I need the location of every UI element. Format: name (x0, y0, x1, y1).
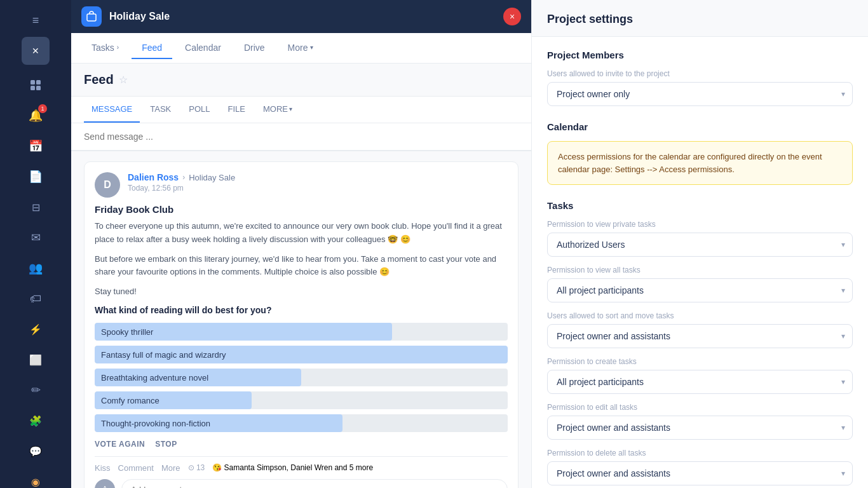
task-select-5[interactable]: Project owner and assistantsAll project … (547, 461, 853, 485)
tab-task[interactable]: TASK (142, 97, 179, 123)
section-calendar-title: Calendar (547, 121, 853, 132)
tag-icon: 🏷 (30, 292, 41, 306)
feed-header: Feed ☆ (71, 64, 531, 97)
section-project-members-title: Project Members (547, 50, 853, 60)
kiss-reaction[interactable]: Kiss (95, 463, 111, 473)
settings-title: Project settings (547, 13, 633, 25)
sidebar-item-filter[interactable]: ⚡ (22, 315, 50, 343)
task-field-label-2: Users allowed to sort and move tasks (547, 311, 853, 320)
tab-poll[interactable]: POLL (181, 97, 217, 123)
svg-rect-3 (36, 86, 41, 90)
puzzle-icon: 🧩 (29, 415, 42, 427)
docs-icon: 📄 (29, 170, 43, 184)
tab-file[interactable]: FILE (220, 97, 253, 123)
vote-again-button[interactable]: VOTE AGAIN (95, 440, 145, 449)
close-icon: ✕ (32, 46, 39, 56)
task-select-wrap-0: Authorized UsersAll project participants… (547, 233, 853, 257)
section-tasks: Tasks Permission to view private tasks A… (547, 200, 853, 485)
task-select-wrap-4: Project owner and assistantsAll project … (547, 416, 853, 440)
tab-message[interactable]: MESSAGE (84, 97, 140, 123)
task-select-2[interactable]: Project owner and assistantsAll project … (547, 324, 853, 348)
tab-feed[interactable]: Feed (132, 37, 172, 59)
reaction-count: ⊙ 13 (188, 463, 205, 472)
poll-option-3[interactable]: Comfy romance (95, 391, 508, 409)
settings-header: Project settings (532, 0, 868, 37)
task-select-wrap-5: Project owner and assistantsAll project … (547, 461, 853, 485)
invite-select[interactable]: Project owner onlyProject owner and assi… (547, 82, 853, 106)
author-breadcrumb-arrow: › (182, 173, 185, 182)
author-name[interactable]: Dalien Ross (128, 172, 179, 182)
reaction-faces: 😘 Samanta Simpson, Daniel Wren and 5 mor… (212, 463, 373, 472)
task-field-label-4: Permission to edit all tasks (547, 403, 853, 412)
sidebar-item-users[interactable]: 👥 (22, 254, 50, 282)
sidebar-item-tag[interactable]: 🏷 (22, 285, 50, 313)
sidebar-item-discord[interactable]: 💬 (22, 437, 50, 465)
main-area: Holiday Sale × Tasks › Feed Calendar Dri… (71, 0, 531, 488)
sidebar-top: ≡ ✕ 🔔 1 📅 📄 ⊟ ✉ 👥 (0, 6, 71, 488)
sidebar-item-screen[interactable]: ⬜ (22, 346, 50, 374)
poll-option-4[interactable]: Thought-provoking non-fiction (95, 414, 508, 432)
message-input[interactable] (84, 132, 519, 142)
sidebar-item-close[interactable]: ✕ (22, 37, 50, 65)
task-field-2: Users allowed to sort and move tasks Pro… (547, 311, 853, 348)
invite-label: Users allowed to invite to the project (547, 69, 853, 78)
section-project-members: Project Members Users allowed to invite … (547, 50, 853, 106)
tab-more[interactable]: More ▾ (278, 37, 324, 59)
edit-icon: ✏ (31, 383, 41, 397)
task-select-1[interactable]: All project participantsAuthorized Users… (547, 278, 853, 302)
poll-actions: VOTE AGAIN STOP (95, 440, 508, 449)
poll-option-label-4: Thought-provoking non-fiction (101, 418, 210, 428)
users-icon: 👥 (29, 261, 43, 275)
sidebar-item-puzzle[interactable]: 🧩 (22, 407, 50, 435)
section-calendar: Calendar Access permissions for the cale… (547, 121, 853, 185)
message-tabs: MESSAGE TASK POLL FILE MORE ▾ (71, 97, 531, 123)
kiss-label: Kiss (95, 463, 111, 473)
sidebar-item-docs[interactable]: 📄 (22, 163, 50, 191)
task-select-4[interactable]: Project owner and assistantsAll project … (547, 416, 853, 440)
post-footer: Kiss Comment More ⊙ 13 😘 Samanta Simpson… (95, 456, 508, 473)
more-action[interactable]: More (161, 463, 180, 473)
post-meta: Dalien Ross › Holiday Sale Today, 12:56 … (128, 172, 508, 193)
tab-calendar[interactable]: Calendar (175, 37, 231, 59)
sidebar-item-menu[interactable]: ≡ (22, 6, 50, 34)
comment-area: A (95, 479, 508, 488)
msg-more-chevron-icon: ▾ (289, 105, 292, 112)
close-project-button[interactable]: × (503, 8, 521, 25)
star-icon[interactable]: ☆ (119, 74, 128, 86)
sidebar-item-circle[interactable]: ◉ (22, 468, 50, 488)
task-field-4: Permission to edit all tasks Project own… (547, 403, 853, 440)
poll-option-2[interactable]: Breathtaking adventure novel (95, 369, 508, 386)
briefcase-icon (86, 11, 97, 22)
sidebar-item-calendar[interactable]: 📅 (22, 132, 50, 160)
section-tasks-title: Tasks (547, 200, 853, 211)
post-header: D Dalien Ross › Holiday Sale Today, 12:5… (95, 172, 508, 198)
poll-option-label-0: Spooky thriller (101, 327, 153, 336)
comment-input[interactable] (131, 485, 498, 488)
poll-option-0[interactable]: Spooky thriller (95, 323, 508, 341)
task-field-0: Permission to view private tasks Authori… (547, 220, 853, 257)
settings-panel: Project settings Project Members Users a… (531, 0, 868, 488)
sidebar-item-notifications[interactable]: 🔔 1 (22, 102, 50, 130)
tab-more-msg[interactable]: MORE ▾ (255, 97, 300, 123)
task-field-label-1: Permission to view all tasks (547, 266, 853, 274)
sidebar: ≡ ✕ 🔔 1 📅 📄 ⊟ ✉ 👥 (0, 0, 71, 488)
task-select-0[interactable]: Authorized UsersAll project participants… (547, 233, 853, 257)
task-field-5: Permission to delete all tasks Project o… (547, 449, 853, 485)
sidebar-item-edit[interactable]: ✏ (22, 376, 50, 404)
task-select-wrap-3: All project participantsAuthorized Users… (547, 370, 853, 394)
task-select-3[interactable]: All project participantsAuthorized Users… (547, 370, 853, 394)
stop-button[interactable]: STOP (155, 440, 177, 449)
tab-tasks[interactable]: Tasks › (81, 37, 129, 59)
nav-tabs: Tasks › Feed Calendar Drive More ▾ (71, 33, 531, 64)
post-author: Dalien Ross › Holiday Sale (128, 172, 508, 182)
comment-action[interactable]: Comment (118, 463, 154, 473)
sidebar-item-mail[interactable]: ✉ (22, 224, 50, 252)
poll-option-1[interactable]: Fantasy full of magic and wizardry (95, 346, 508, 363)
screen-icon: ⬜ (29, 354, 42, 366)
sidebar-item-reports[interactable]: ⊟ (22, 193, 50, 221)
project-title: Holiday Sale (109, 11, 170, 22)
sidebar-item-grid[interactable] (22, 71, 50, 99)
tab-drive[interactable]: Drive (234, 37, 275, 59)
post-time: Today, 12:56 pm (128, 184, 508, 193)
tasks-fields: Permission to view private tasks Authori… (547, 220, 853, 485)
